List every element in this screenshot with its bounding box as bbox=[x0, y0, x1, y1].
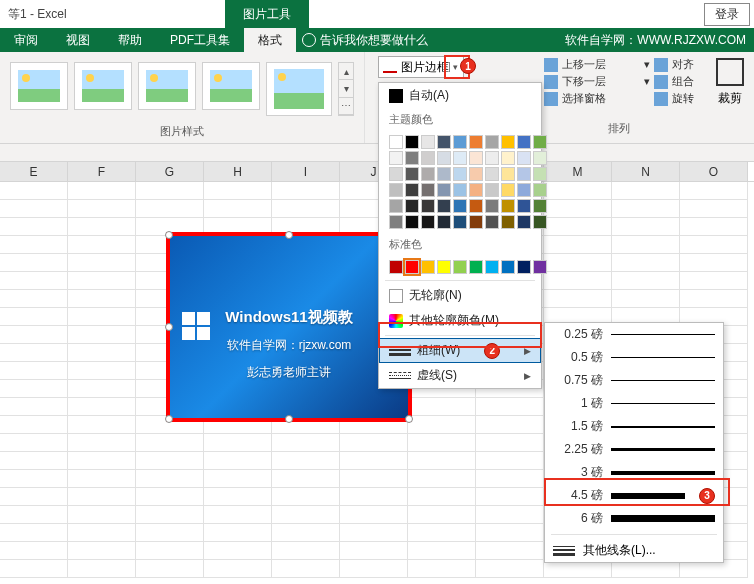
cell[interactable] bbox=[408, 416, 476, 434]
color-swatch[interactable] bbox=[405, 135, 419, 149]
color-swatch[interactable] bbox=[453, 199, 467, 213]
color-swatch[interactable] bbox=[517, 167, 531, 181]
cell[interactable] bbox=[680, 236, 748, 254]
weight-option[interactable]: 4.5 磅3 bbox=[545, 484, 723, 507]
color-swatch[interactable] bbox=[501, 167, 515, 181]
cell[interactable] bbox=[680, 290, 748, 308]
cell[interactable] bbox=[68, 326, 136, 344]
cell[interactable] bbox=[340, 434, 408, 452]
color-swatch[interactable] bbox=[501, 135, 515, 149]
cell[interactable] bbox=[680, 200, 748, 218]
cell[interactable] bbox=[136, 452, 204, 470]
cell[interactable] bbox=[0, 326, 68, 344]
cell[interactable] bbox=[408, 524, 476, 542]
cell[interactable] bbox=[0, 524, 68, 542]
color-swatch[interactable] bbox=[485, 199, 499, 213]
style-thumb[interactable] bbox=[10, 62, 68, 110]
color-swatch[interactable] bbox=[389, 260, 403, 274]
cell[interactable] bbox=[136, 506, 204, 524]
more-colors-item[interactable]: 其他轮廓颜色(M)... bbox=[379, 308, 541, 333]
cell[interactable] bbox=[340, 542, 408, 560]
style-thumb[interactable] bbox=[266, 62, 332, 116]
color-swatch[interactable] bbox=[469, 151, 483, 165]
cell[interactable] bbox=[476, 488, 544, 506]
cell[interactable] bbox=[204, 200, 272, 218]
cell[interactable] bbox=[612, 218, 680, 236]
color-swatch[interactable] bbox=[389, 135, 403, 149]
column-header[interactable]: G bbox=[136, 162, 204, 181]
color-swatch[interactable] bbox=[501, 199, 515, 213]
color-swatch[interactable] bbox=[517, 135, 531, 149]
color-swatch[interactable] bbox=[517, 199, 531, 213]
color-swatch[interactable] bbox=[437, 215, 451, 229]
color-swatch[interactable] bbox=[405, 151, 419, 165]
cell[interactable] bbox=[340, 560, 408, 578]
cell[interactable] bbox=[340, 470, 408, 488]
dashes-submenu-item[interactable]: 虚线(S) ▶ bbox=[379, 363, 541, 388]
cell[interactable] bbox=[408, 488, 476, 506]
color-swatch[interactable] bbox=[405, 260, 419, 274]
tab-format[interactable]: 格式 bbox=[244, 28, 296, 52]
weight-option[interactable]: 6 磅 bbox=[545, 507, 723, 530]
cell[interactable] bbox=[68, 398, 136, 416]
cell[interactable] bbox=[0, 488, 68, 506]
cell[interactable] bbox=[0, 290, 68, 308]
inserted-picture[interactable]: Windows11视频教 软件自学网：rjzxw.com 彭志勇老师主讲 bbox=[166, 232, 412, 422]
color-swatch[interactable] bbox=[421, 199, 435, 213]
cell[interactable] bbox=[0, 416, 68, 434]
cell[interactable] bbox=[476, 506, 544, 524]
cell[interactable] bbox=[408, 560, 476, 578]
cell[interactable] bbox=[476, 560, 544, 578]
cell[interactable] bbox=[0, 236, 68, 254]
cell[interactable] bbox=[136, 434, 204, 452]
cell[interactable] bbox=[68, 560, 136, 578]
cell[interactable] bbox=[544, 200, 612, 218]
column-header[interactable]: N bbox=[612, 162, 680, 181]
cell[interactable] bbox=[204, 560, 272, 578]
cell[interactable] bbox=[0, 434, 68, 452]
cell[interactable] bbox=[0, 182, 68, 200]
weight-option[interactable]: 0.75 磅 bbox=[545, 369, 723, 392]
color-swatch[interactable] bbox=[421, 167, 435, 181]
column-header[interactable]: F bbox=[68, 162, 136, 181]
cell[interactable] bbox=[0, 362, 68, 380]
color-swatch[interactable] bbox=[533, 215, 547, 229]
cell[interactable] bbox=[272, 524, 340, 542]
cell[interactable] bbox=[204, 488, 272, 506]
color-swatch[interactable] bbox=[517, 151, 531, 165]
column-header[interactable]: I bbox=[272, 162, 340, 181]
color-swatch[interactable] bbox=[437, 135, 451, 149]
color-swatch[interactable] bbox=[405, 183, 419, 197]
tab-pdf-tools[interactable]: PDF工具集 bbox=[156, 28, 244, 52]
gallery-more-button[interactable]: ▴▾⋯ bbox=[338, 62, 354, 116]
cell[interactable] bbox=[272, 470, 340, 488]
weight-submenu-item[interactable]: 粗细(W) 2 ▶ bbox=[379, 338, 541, 363]
cell[interactable] bbox=[612, 290, 680, 308]
cell[interactable] bbox=[272, 452, 340, 470]
color-swatch[interactable] bbox=[453, 167, 467, 181]
color-swatch[interactable] bbox=[421, 151, 435, 165]
cell[interactable] bbox=[68, 416, 136, 434]
cell[interactable] bbox=[68, 452, 136, 470]
cell[interactable] bbox=[68, 362, 136, 380]
color-swatch[interactable] bbox=[453, 215, 467, 229]
color-swatch[interactable] bbox=[421, 260, 435, 274]
weight-option[interactable]: 0.25 磅 bbox=[545, 323, 723, 346]
color-swatch[interactable] bbox=[421, 215, 435, 229]
cell[interactable] bbox=[0, 506, 68, 524]
cell[interactable] bbox=[612, 272, 680, 290]
color-swatch[interactable] bbox=[453, 260, 467, 274]
color-swatch[interactable] bbox=[421, 183, 435, 197]
cell[interactable] bbox=[340, 524, 408, 542]
cell[interactable] bbox=[136, 560, 204, 578]
cell[interactable] bbox=[204, 434, 272, 452]
cell[interactable] bbox=[204, 506, 272, 524]
weight-option[interactable]: 3 磅 bbox=[545, 461, 723, 484]
color-swatch[interactable] bbox=[517, 183, 531, 197]
color-swatch[interactable] bbox=[533, 151, 547, 165]
selection-pane-button[interactable]: 选择窗格 bbox=[562, 91, 606, 106]
cell[interactable] bbox=[136, 542, 204, 560]
auto-color-item[interactable]: 自动(A) bbox=[379, 83, 541, 108]
cell[interactable] bbox=[68, 290, 136, 308]
column-header[interactable]: E bbox=[0, 162, 68, 181]
